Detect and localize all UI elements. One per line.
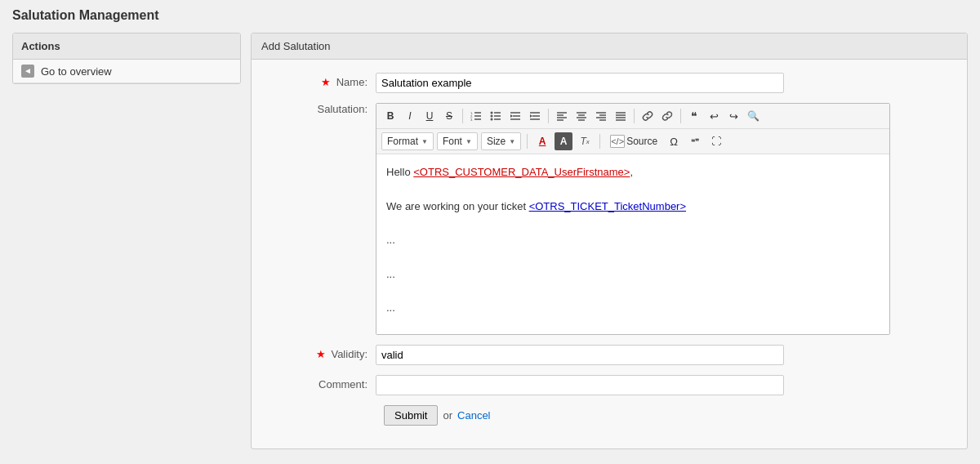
underline-button[interactable]: U — [421, 107, 439, 125]
format-dropdown[interactable]: Format ▼ — [381, 132, 434, 150]
toolbar-divider-6 — [599, 134, 600, 149]
name-label: ★ Name: — [261, 73, 376, 88]
content-area: Actions ◄ Go to overview Add Salutation … — [12, 33, 968, 449]
outdent-button[interactable] — [506, 107, 524, 125]
validity-field-wrapper — [376, 345, 784, 365]
unlink-button[interactable] — [658, 107, 676, 125]
comment-label: Comment: — [261, 375, 376, 390]
page-wrapper: Salutation Management Actions ◄ Go to ov… — [0, 0, 980, 457]
find-button[interactable]: 🔍 — [744, 107, 762, 125]
link-button[interactable] — [639, 107, 657, 125]
editor-wrapper: B I U S 1.2.3. — [376, 103, 890, 335]
format-label: Format — [387, 136, 418, 147]
font-dropdown-arrow: ▼ — [466, 138, 472, 145]
source-button[interactable]: </> Source — [606, 132, 662, 150]
comment-field-wrapper — [376, 375, 784, 395]
validity-required: ★ — [316, 348, 326, 360]
sidebar-header: Actions — [13, 33, 240, 60]
toolbar-divider-1 — [462, 109, 463, 123]
italic-button[interactable]: I — [401, 107, 419, 125]
page-title: Salutation Management — [12, 8, 968, 23]
font-color-button[interactable]: A — [533, 132, 551, 150]
toolbar-divider-5 — [527, 134, 528, 149]
validity-input[interactable] — [376, 345, 784, 365]
blockquote-button[interactable]: ❝ — [685, 107, 703, 125]
quote-button[interactable]: ❝❞ — [686, 132, 704, 150]
name-input[interactable] — [376, 73, 784, 93]
name-row: ★ Name: — [261, 73, 957, 93]
size-dropdown-arrow: ▼ — [509, 138, 515, 145]
bold-button[interactable]: B — [381, 107, 399, 125]
salutation-row: Salutation: B I U S — [261, 103, 957, 335]
name-field-wrapper — [376, 73, 784, 93]
ticket-number-tag: <OTRS_TICKET_TicketNumber> — [529, 200, 686, 212]
salutation-editor-wrapper: B I U S 1.2.3. — [376, 103, 890, 335]
sidebar-item-overview[interactable]: ◄ Go to overview — [13, 60, 240, 83]
size-label: Size — [487, 136, 506, 147]
name-required: ★ — [321, 76, 331, 88]
svg-point-10 — [491, 115, 493, 118]
font-dropdown[interactable]: Font ▼ — [437, 132, 478, 150]
undo-button[interactable]: ↩ — [705, 107, 723, 125]
highlight-button[interactable]: A — [555, 132, 572, 150]
validity-row: ★ Validity: — [261, 345, 957, 365]
align-justify-button[interactable] — [612, 107, 630, 125]
svg-text:3.: 3. — [470, 118, 473, 122]
toolbar-divider-3 — [634, 109, 635, 123]
toolbar-row2: Format ▼ Font ▼ Size ▼ — [376, 129, 889, 154]
editor-content[interactable]: Hello <OTRS_CUSTOMER_DATA_UserFirstname>… — [376, 154, 889, 334]
svg-point-11 — [491, 118, 493, 121]
main-panel: Add Salutation ★ Name: Salutation: — [251, 33, 968, 449]
cancel-button[interactable]: Cancel — [457, 409, 490, 422]
format-dropdown-arrow: ▼ — [421, 138, 428, 145]
svg-point-9 — [491, 112, 493, 114]
font-label: Font — [443, 136, 462, 147]
omega-button[interactable]: Ω — [665, 132, 683, 150]
sidebar-item-label: Go to overview — [41, 65, 112, 78]
svg-marker-19 — [530, 114, 532, 118]
source-label: Source — [626, 136, 657, 147]
comment-input[interactable] — [376, 375, 784, 395]
back-arrow-icon: ◄ — [21, 65, 34, 78]
toolbar-divider-4 — [680, 109, 681, 123]
unordered-list-button[interactable] — [487, 107, 505, 125]
form-body: ★ Name: Salutation: — [252, 60, 967, 448]
ordered-list-button[interactable]: 1.2.3. — [467, 107, 485, 125]
strikethrough-button[interactable]: S — [440, 107, 458, 125]
comment-row: Comment: — [261, 375, 957, 395]
customer-firstname-tag: <OTRS_CUSTOMER_DATA_UserFirstname> — [413, 166, 630, 178]
or-text: or — [443, 409, 452, 422]
fullscreen-button[interactable]: ⛶ — [707, 132, 725, 150]
redo-button[interactable]: ↪ — [724, 107, 742, 125]
salutation-label: Salutation: — [261, 103, 376, 115]
sidebar: Actions ◄ Go to overview — [12, 33, 241, 84]
indent-button[interactable] — [526, 107, 544, 125]
validity-label: ★ Validity: — [261, 345, 376, 360]
size-dropdown[interactable]: Size ▼ — [481, 132, 521, 150]
submit-button[interactable]: Submit — [384, 405, 438, 426]
align-center-button[interactable] — [572, 107, 590, 125]
svg-marker-15 — [510, 114, 513, 118]
align-left-button[interactable] — [553, 107, 571, 125]
form-actions: Submit or Cancel — [384, 405, 957, 426]
align-right-button[interactable] — [592, 107, 610, 125]
source-icon: </> — [610, 135, 625, 148]
clear-format-button[interactable]: Tx — [576, 132, 594, 150]
toolbar-row1: B I U S 1.2.3. — [376, 104, 889, 129]
main-panel-header: Add Salutation — [252, 33, 967, 60]
toolbar-divider-2 — [548, 109, 549, 123]
